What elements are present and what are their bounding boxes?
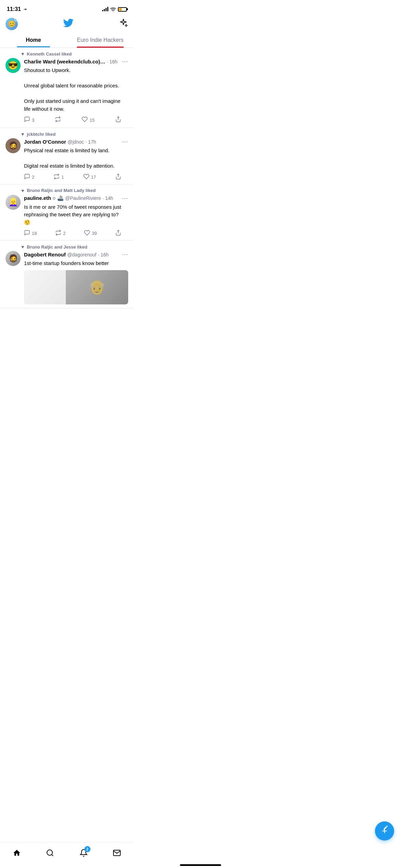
heart-icon: ♥ — [21, 244, 24, 250]
liked-by-row: ♥ jckbtchr liked — [5, 131, 128, 137]
liked-by-row: ♥ Bruno Raljic and Jesse liked — [5, 244, 128, 250]
sparkle-button[interactable] — [119, 18, 128, 30]
tweet-author-info: Dagobert Renouf @dagorenouf · 16h — [24, 252, 109, 258]
heart-icon — [83, 173, 89, 181]
tweet-author-info: Jordan O'Connor @jdnoc · 17h — [24, 139, 96, 145]
tab-euro-indie[interactable]: Euro Indie Hackers — [67, 33, 134, 47]
share-icon — [115, 173, 121, 181]
tweet-avatar[interactable]: 🧔 — [5, 251, 21, 266]
like-button[interactable]: 15 — [82, 116, 94, 124]
tweet-more-button[interactable]: ··· — [122, 138, 128, 145]
tweet-item: ♥ jckbtchr liked 🧔 Jordan O'Connor @jdno… — [0, 128, 134, 184]
tweet-body: 🧔 Dagobert Renouf @dagorenouf · 16h ··· … — [5, 251, 128, 304]
liked-by-text: jckbtchr liked — [27, 132, 56, 137]
tweet-body: 👱‍♀️ pauline.eth ○ 🚢 @PaulineRiviere · 1… — [5, 195, 128, 237]
tweet-header: pauline.eth ○ 🚢 @PaulineRiviere · 14h ··… — [24, 195, 128, 202]
signal-bars-icon — [102, 7, 108, 11]
reply-button[interactable]: 3 — [24, 116, 34, 124]
share-button[interactable] — [115, 230, 121, 237]
retweet-button[interactable]: 2 — [55, 230, 65, 237]
retweet-button[interactable]: 1 — [53, 173, 64, 181]
app-header: 😊 — [0, 15, 134, 33]
tweet-item: ♥ Kenneth Cassel liked 😎 Charlie Ward (w… — [0, 48, 134, 128]
retweet-icon — [53, 173, 60, 181]
user-avatar[interactable]: 😊 — [5, 18, 18, 30]
tweet-content: pauline.eth ○ 🚢 @PaulineRiviere · 14h ··… — [24, 195, 128, 237]
share-icon — [115, 116, 121, 124]
share-button[interactable] — [115, 173, 121, 181]
status-icons — [102, 7, 127, 12]
tweet-header: Dagobert Renouf @dagorenouf · 16h ··· — [24, 251, 128, 258]
tweet-item: ♥ Bruno Raljic and Matt Lady liked 👱‍♀️ … — [0, 184, 134, 241]
tweet-actions: 3 — [24, 116, 128, 124]
tweet-content: Jordan O'Connor @jdnoc · 17h ··· Physica… — [24, 138, 128, 181]
tweet-more-button[interactable]: ··· — [122, 195, 128, 202]
reply-icon — [24, 230, 30, 237]
tweet-avatar[interactable]: 👱‍♀️ — [5, 195, 21, 210]
tweet-text: Is it me or are 70% of tweet responses j… — [24, 203, 128, 227]
reply-icon — [24, 116, 30, 124]
tweet-body: 🧔 Jordan O'Connor @jdnoc · 17h ··· Physi… — [5, 138, 128, 181]
tweet-content: Charlie Ward (weekendclub.co)… · 16h ···… — [24, 58, 128, 124]
twitter-logo — [63, 17, 74, 31]
reply-button[interactable]: 2 — [24, 173, 34, 181]
svg-point-0 — [113, 11, 113, 11]
heart-icon: ♥ — [21, 188, 24, 193]
like-button[interactable]: 17 — [83, 173, 96, 181]
status-bar: 11:31 — [0, 0, 134, 15]
liked-by-row: ♥ Kenneth Cassel liked — [5, 51, 128, 57]
retweet-icon — [55, 230, 61, 237]
heart-icon: ♥ — [21, 131, 24, 137]
feed-scroll: ♥ Kenneth Cassel liked 😎 Charlie Ward (w… — [0, 48, 134, 308]
tweet-more-button[interactable]: ··· — [122, 58, 128, 65]
heart-icon — [84, 230, 90, 237]
wifi-icon — [110, 7, 116, 11]
tweet-item: ♥ Bruno Raljic and Jesse liked 🧔 Dagober… — [0, 241, 134, 308]
share-button[interactable] — [115, 116, 121, 124]
tweet-actions: 2 1 — [24, 173, 128, 181]
reply-icon — [24, 173, 30, 181]
tweet-text: Physical real estate is limited by land.… — [24, 147, 128, 170]
tweet-text: Shoutout to Upwork. Unreal global talent… — [24, 67, 128, 113]
like-button[interactable]: 39 — [84, 230, 97, 237]
tab-home[interactable]: Home — [0, 33, 67, 47]
liked-by-text: Bruno Raljic and Jesse liked — [27, 244, 87, 250]
tweet-more-button[interactable]: ··· — [122, 251, 128, 258]
tabs-bar: Home Euro Indie Hackers — [0, 33, 134, 48]
liked-by-text: Bruno Raljic and Matt Lady liked — [27, 188, 96, 193]
retweet-button[interactable] — [55, 116, 61, 124]
tweet-body: 😎 Charlie Ward (weekendclub.co)… · 16h ·… — [5, 58, 128, 124]
heart-icon — [82, 116, 88, 124]
tab-underline-decoration — [77, 47, 124, 48]
share-icon — [115, 230, 121, 237]
tweet-image: 👴 — [24, 270, 128, 304]
status-time: 11:31 — [7, 6, 27, 12]
retweet-icon — [55, 116, 61, 124]
tweet-avatar[interactable]: 🧔 — [5, 138, 21, 153]
avatar-notification-dot — [14, 18, 18, 21]
tweet-content: Dagobert Renouf @dagorenouf · 16h ··· 1s… — [24, 251, 128, 304]
tweet-avatar[interactable]: 😎 — [5, 58, 21, 73]
battery-icon — [118, 7, 127, 12]
tweet-header: Jordan O'Connor @jdnoc · 17h ··· — [24, 138, 128, 145]
heart-icon: ♥ — [21, 51, 24, 57]
tweet-header: Charlie Ward (weekendclub.co)… · 16h ··· — [24, 58, 128, 65]
reply-button[interactable]: 18 — [24, 230, 37, 237]
liked-by-row: ♥ Bruno Raljic and Matt Lady liked — [5, 188, 128, 193]
tweet-text: 1st-time startup founders know better — [24, 260, 128, 267]
tweet-author-info: pauline.eth ○ 🚢 @PaulineRiviere · 14h — [24, 195, 113, 201]
liked-by-text: Kenneth Cassel liked — [27, 51, 72, 57]
tweet-author-name: Charlie Ward (weekendclub.co)… · 16h — [24, 59, 118, 65]
tweet-actions: 18 2 — [24, 230, 128, 237]
